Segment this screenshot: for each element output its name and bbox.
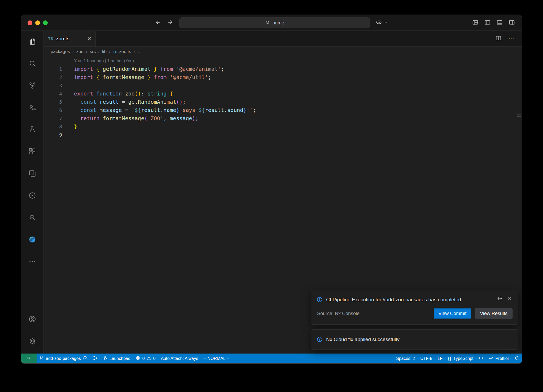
copilot-menu[interactable] bbox=[375, 15, 388, 31]
code-content: export function zoo(): string { bbox=[62, 90, 522, 98]
activity-remote-explorer[interactable] bbox=[21, 163, 43, 185]
activity-search[interactable] bbox=[21, 53, 43, 75]
error-icon bbox=[136, 356, 141, 361]
code-token: . bbox=[224, 107, 227, 113]
code-token: const bbox=[80, 99, 96, 105]
status-formatter[interactable]: Prettier bbox=[486, 354, 512, 363]
more-actions-icon[interactable]: ⋯ bbox=[508, 35, 514, 42]
status-language-mode[interactable]: {}TypeScript bbox=[445, 354, 476, 363]
activity-run-and-debug[interactable] bbox=[21, 97, 43, 119]
account-icon bbox=[28, 315, 36, 324]
activity-edge-devtools[interactable] bbox=[21, 229, 43, 251]
notification-header: Nx Cloud fix applied successfully bbox=[317, 336, 513, 343]
status-eol[interactable]: LF bbox=[435, 354, 445, 363]
code-line-6[interactable]: 6 const message = `${result.name} says $… bbox=[44, 106, 522, 114]
status-auto-attach-label: Auto Attach: Always bbox=[161, 356, 198, 361]
activity-inspect[interactable] bbox=[21, 207, 43, 229]
status-notifications-bell[interactable] bbox=[512, 354, 522, 363]
minimize-window-button[interactable] bbox=[35, 20, 40, 25]
code-line-8[interactable]: 8} bbox=[44, 123, 522, 131]
breadcrumb-packages[interactable]: packages bbox=[51, 49, 70, 54]
breadcrumb-zoo[interactable]: zoo bbox=[76, 49, 83, 54]
activity-more-views[interactable] bbox=[21, 251, 43, 273]
status-auto-attach[interactable]: Auto Attach: Always bbox=[158, 354, 201, 363]
status-remote-indicator[interactable] bbox=[21, 354, 37, 363]
code-token: ; bbox=[195, 115, 199, 121]
close-tab-icon[interactable]: × bbox=[87, 36, 91, 42]
line-number: 5 bbox=[44, 98, 62, 106]
code-line-3[interactable]: 3 bbox=[44, 81, 522, 90]
activity-settings[interactable] bbox=[21, 330, 43, 352]
code-token: } bbox=[74, 123, 77, 130]
status-launchpad[interactable]: Launchpad bbox=[100, 354, 133, 363]
activity-testing[interactable] bbox=[21, 119, 43, 141]
gear-icon[interactable] bbox=[497, 296, 503, 302]
view-results-button[interactable]: View Results bbox=[475, 308, 513, 319]
breadcrumb-src[interactable]: src bbox=[90, 49, 96, 54]
code-token: export bbox=[74, 90, 93, 97]
status-indentation[interactable]: Spaces: 2 bbox=[393, 354, 418, 363]
activity-bar-top bbox=[21, 31, 43, 273]
code-token: string bbox=[147, 90, 167, 97]
back-arrow-icon[interactable] bbox=[155, 19, 161, 27]
close-window-button[interactable] bbox=[28, 20, 32, 25]
status-vim-mode[interactable]: -- NORMAL -- bbox=[201, 354, 232, 363]
line-number: 2 bbox=[44, 73, 62, 81]
sidebar-right-icon[interactable] bbox=[509, 19, 515, 27]
status-bar-left: add-zoo-packagesLaunchpad00Auto Attach: … bbox=[21, 354, 232, 363]
activity-accounts[interactable] bbox=[21, 308, 43, 330]
code-token bbox=[74, 99, 80, 105]
search-details-icon bbox=[28, 214, 36, 223]
notification-toast: CI Pipeline Execution for #add-zoo-packa… bbox=[311, 290, 518, 325]
code-line-9[interactable]: 9 bbox=[44, 131, 522, 139]
code-content: import { formatMessage } from '@acme/uti… bbox=[62, 73, 522, 81]
code-line-2[interactable]: 2import { formatMessage } from '@acme/ut… bbox=[44, 73, 522, 81]
bell-icon bbox=[514, 356, 519, 361]
code-token: import bbox=[74, 74, 93, 80]
code-content bbox=[62, 81, 522, 90]
breadcrumb-lib[interactable]: lib bbox=[102, 49, 107, 54]
status-encoding[interactable]: UTF-8 bbox=[418, 354, 435, 363]
close-icon[interactable] bbox=[507, 296, 513, 302]
status-copilot[interactable] bbox=[476, 354, 486, 363]
activity-explorer[interactable] bbox=[21, 31, 43, 53]
notification-message: Nx Cloud fix applied successfully bbox=[326, 336, 400, 343]
notification-source: Source: Nx Console bbox=[317, 311, 360, 316]
source-control-icon bbox=[28, 81, 36, 90]
breadcrumb-file[interactable]: TSzoo.ts bbox=[113, 49, 131, 54]
zoom-window-button[interactable] bbox=[43, 20, 48, 25]
view-commit-button[interactable]: View Commit bbox=[434, 308, 471, 319]
code-line-4[interactable]: 4export function zoo(): string { bbox=[44, 90, 522, 98]
sidebar-left-icon[interactable] bbox=[484, 19, 491, 27]
code-line-1[interactable]: 1import { getRandomAnimal } from '@acme/… bbox=[44, 65, 522, 73]
code-line-5[interactable]: 5 const result = getRandomAnimal(); bbox=[44, 98, 522, 106]
code-token: { bbox=[96, 74, 99, 80]
status-branch[interactable]: add-zoo-packages bbox=[37, 354, 90, 363]
activity-run-profile[interactable] bbox=[21, 185, 43, 207]
status-problems[interactable]: 00 bbox=[133, 354, 158, 363]
split-editor-icon[interactable] bbox=[496, 35, 501, 42]
layout-grid-icon[interactable] bbox=[472, 19, 478, 27]
activity-extensions[interactable] bbox=[21, 141, 43, 163]
tab-label: zoo.ts bbox=[56, 36, 69, 42]
activity-source-control[interactable] bbox=[21, 75, 43, 97]
code-token: , bbox=[163, 115, 170, 121]
play-circle-icon bbox=[28, 191, 36, 201]
chevron-right-icon: › bbox=[134, 49, 135, 54]
command-center-search[interactable]: acme bbox=[179, 18, 370, 28]
line-number: 6 bbox=[44, 106, 62, 114]
tab-zoo-ts[interactable]: TS zoo.ts × bbox=[44, 31, 96, 46]
code-token bbox=[151, 74, 154, 80]
status-problems-label: 0 bbox=[153, 356, 156, 361]
status-source-control-graph[interactable] bbox=[90, 354, 100, 363]
search-icon bbox=[265, 20, 270, 26]
panel-bottom-icon[interactable] bbox=[497, 19, 503, 27]
gear-icon bbox=[28, 337, 36, 346]
gitlens-blame-row: You, 1 hour ago | 1 author (You) bbox=[44, 57, 522, 65]
forward-arrow-icon[interactable] bbox=[167, 19, 173, 27]
code-token bbox=[151, 66, 154, 72]
code-line-7[interactable]: 7 return formatMessage('ZOO', message); bbox=[44, 114, 522, 123]
code-token: = bbox=[119, 99, 128, 105]
status-indentation-label: Spaces: 2 bbox=[396, 356, 415, 361]
breadcrumb-more[interactable]: … bbox=[137, 49, 142, 54]
